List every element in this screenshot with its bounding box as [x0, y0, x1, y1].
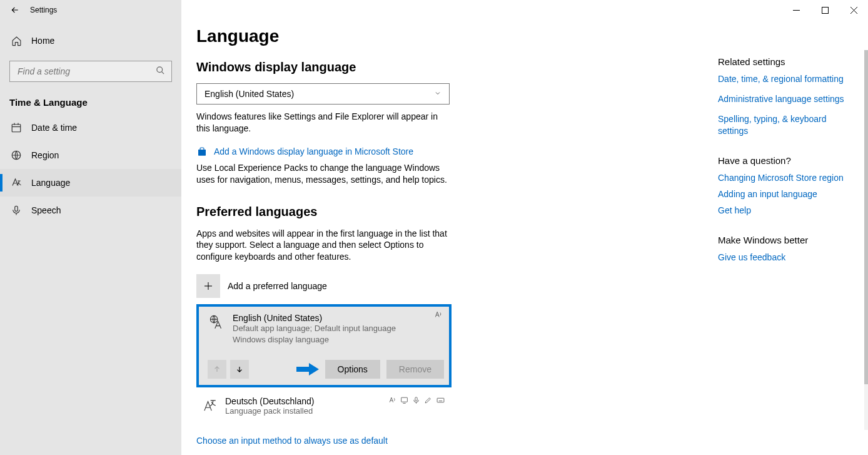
- text-to-speech-icon: [388, 396, 396, 406]
- sidebar-item-language[interactable]: Language: [0, 169, 181, 197]
- display-language-heading: Windows display language: [196, 60, 712, 74]
- language-item-deutsch[interactable]: Deutsch (Deutschland) Language pack inst…: [196, 391, 452, 421]
- svg-rect-17: [415, 397, 417, 401]
- display-language-dropdown[interactable]: English (United States): [196, 83, 450, 105]
- sidebar-item-label: Speech: [31, 205, 61, 215]
- text-to-speech-icon: [434, 310, 443, 320]
- scrollbar-thumb[interactable]: [864, 50, 868, 384]
- related-link[interactable]: Date, time, & regional formatting: [718, 73, 855, 84]
- sidebar-item-label: Date & time: [31, 123, 77, 133]
- options-button[interactable]: Options: [325, 360, 380, 379]
- vertical-scrollbar[interactable]: [864, 50, 868, 430]
- handwriting-icon: [424, 396, 432, 406]
- microphone-icon: [10, 205, 23, 216]
- add-language-label: Add a preferred language: [228, 281, 327, 291]
- main-scroll[interactable]: Language Windows display language Englis…: [181, 0, 712, 455]
- remove-label: Remove: [399, 364, 431, 374]
- keyboard-icon: [436, 396, 445, 406]
- feedback-link[interactable]: Give us feedback: [718, 252, 855, 263]
- sidebar-item-region[interactable]: Region: [0, 141, 181, 169]
- search-input-wrap[interactable]: [9, 61, 172, 82]
- search-icon: [156, 66, 165, 77]
- store-link[interactable]: Add a Windows display language in Micros…: [214, 146, 413, 156]
- options-label: Options: [338, 364, 368, 374]
- language-glyph-icon: [209, 313, 225, 332]
- input-method-link[interactable]: Choose an input method to always use as …: [196, 436, 388, 446]
- sidebar-item-speech[interactable]: Speech: [0, 197, 181, 224]
- window-title: Settings: [30, 6, 57, 14]
- category-title: Time & Language: [0, 87, 181, 114]
- svg-point-0: [157, 67, 163, 73]
- help-link[interactable]: Get help: [718, 205, 855, 216]
- language-sub1: Default app language; Default input lang…: [233, 323, 439, 334]
- page-title: Language: [196, 26, 712, 46]
- main-content: Language Windows display language Englis…: [181, 0, 868, 455]
- display-language-desc: Windows features like Settings and File …: [196, 111, 450, 135]
- language-name: English (United States): [233, 313, 439, 323]
- related-link[interactable]: Spelling, typing, & keyboard settings: [718, 113, 855, 136]
- preferred-languages-desc: Apps and websites will appear in the fir…: [196, 228, 450, 263]
- move-up-button[interactable]: [208, 360, 226, 379]
- display-icon: [400, 396, 408, 406]
- sidebar-item-label: Language: [31, 178, 70, 188]
- plus-button[interactable]: [196, 274, 220, 298]
- preferred-languages-heading: Preferred languages: [196, 205, 712, 219]
- store-icon: [196, 146, 208, 157]
- language-sub2: Windows display language: [233, 334, 439, 345]
- chevron-down-icon: [434, 89, 442, 99]
- speech-icon: [412, 396, 420, 406]
- language-item-english-us[interactable]: English (United States) Default app lang…: [196, 304, 452, 387]
- clock-icon: [10, 122, 23, 133]
- help-link[interactable]: Changing Microsoft Store region: [718, 172, 855, 183]
- globe-icon: [10, 150, 23, 161]
- move-down-button[interactable]: [230, 360, 249, 379]
- language-name: Deutsch (Deutschland): [225, 396, 314, 406]
- sidebar: Home Time & Language Date & time Region …: [0, 0, 181, 455]
- related-link[interactable]: Administrative language settings: [718, 93, 855, 105]
- question-heading: Have a question?: [718, 155, 855, 166]
- search-input[interactable]: [16, 66, 156, 77]
- svg-rect-18: [437, 399, 444, 403]
- language-sub1: Language pack installed: [225, 406, 314, 416]
- help-link[interactable]: Adding an input language: [718, 188, 855, 200]
- dropdown-value: English (United States): [204, 89, 294, 99]
- annotation-arrow-icon: [296, 362, 319, 376]
- remove-button[interactable]: Remove: [386, 360, 444, 379]
- store-desc: Use Local Experience Packs to change the…: [196, 162, 450, 186]
- home-label: Home: [31, 36, 54, 46]
- home-link[interactable]: Home: [0, 28, 181, 53]
- language-icon: [10, 177, 23, 188]
- add-language-row[interactable]: Add a preferred language: [196, 274, 712, 298]
- svg-line-1: [161, 71, 164, 74]
- svg-rect-2: [12, 125, 21, 132]
- home-icon: [10, 36, 23, 46]
- svg-rect-15: [401, 397, 408, 402]
- sidebar-item-label: Region: [31, 150, 59, 160]
- svg-rect-7: [15, 206, 18, 211]
- related-heading: Related settings: [718, 56, 855, 67]
- feedback-heading: Make Windows better: [718, 235, 855, 245]
- related-column: Related settings Date, time, & regional …: [718, 56, 855, 282]
- language-glyph-icon: [201, 396, 218, 416]
- sidebar-item-date-time[interactable]: Date & time: [0, 114, 181, 141]
- back-button[interactable]: [0, 0, 30, 20]
